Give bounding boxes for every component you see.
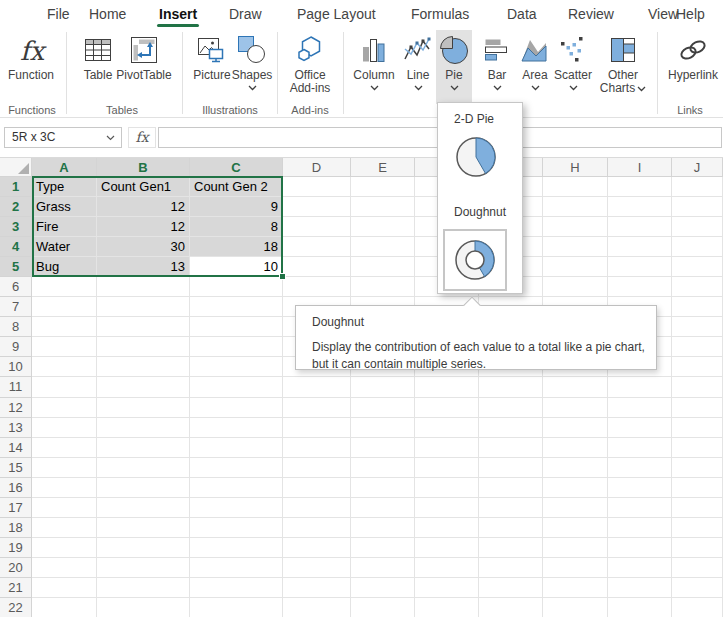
cell-C9[interactable]: [190, 337, 283, 357]
cell-E2[interactable]: [351, 197, 415, 217]
cell-H12[interactable]: [543, 398, 608, 418]
cell-H13[interactable]: [543, 418, 608, 438]
cell-H18[interactable]: [543, 518, 608, 538]
row-header-14[interactable]: 14: [0, 438, 32, 458]
tab-home[interactable]: Home: [89, 6, 126, 22]
cell-H3[interactable]: [543, 217, 608, 237]
cell-E17[interactable]: [351, 498, 415, 518]
shapes-button[interactable]: Shapes: [228, 30, 276, 102]
cell-E6[interactable]: [351, 277, 415, 297]
cell-J9[interactable]: [672, 337, 723, 357]
cell-D15[interactable]: [283, 458, 351, 478]
cell-I1[interactable]: [608, 177, 672, 197]
other-charts-button[interactable]: Other Charts: [595, 30, 651, 102]
cell-B15[interactable]: [97, 458, 190, 478]
cell-H21[interactable]: [543, 578, 608, 598]
cell-E18[interactable]: [351, 518, 415, 538]
cell-F11[interactable]: [415, 377, 479, 397]
cell-C12[interactable]: [190, 398, 283, 418]
tab-data[interactable]: Data: [507, 6, 537, 22]
cell-I13[interactable]: [608, 418, 672, 438]
row-header-13[interactable]: 13: [0, 418, 32, 438]
cell-B8[interactable]: [97, 317, 190, 337]
cell-C4[interactable]: 18: [190, 237, 283, 257]
cell-F21[interactable]: [415, 578, 479, 598]
cell-A19[interactable]: [32, 538, 97, 558]
cell-A9[interactable]: [32, 337, 97, 357]
scatter-chart-button[interactable]: Scatter: [547, 30, 599, 102]
row-header-12[interactable]: 12: [0, 398, 32, 418]
tab-help[interactable]: Help: [676, 6, 705, 22]
cell-E1[interactable]: [351, 177, 415, 197]
cell-G21[interactable]: [479, 578, 543, 598]
cell-J22[interactable]: [672, 598, 723, 617]
cell-E15[interactable]: [351, 458, 415, 478]
cell-A10[interactable]: [32, 357, 97, 377]
cell-C15[interactable]: [190, 458, 283, 478]
cell-I19[interactable]: [608, 538, 672, 558]
cell-J12[interactable]: [672, 398, 723, 418]
row-header-7[interactable]: 7: [0, 297, 32, 317]
cell-I18[interactable]: [608, 518, 672, 538]
cell-I20[interactable]: [608, 558, 672, 578]
cell-H14[interactable]: [543, 438, 608, 458]
column-header-D[interactable]: D: [283, 158, 351, 177]
tab-formulas[interactable]: Formulas: [411, 6, 469, 22]
cell-B1[interactable]: Count Gen1: [97, 177, 190, 197]
fill-handle[interactable]: [279, 273, 286, 280]
cell-H6[interactable]: [543, 277, 608, 297]
cell-H1[interactable]: [543, 177, 608, 197]
cell-F13[interactable]: [415, 418, 479, 438]
cell-A14[interactable]: [32, 438, 97, 458]
cell-J17[interactable]: [672, 498, 723, 518]
cell-D14[interactable]: [283, 438, 351, 458]
cell-A5[interactable]: Bug: [32, 257, 97, 277]
cell-G22[interactable]: [479, 598, 543, 617]
cell-I22[interactable]: [608, 598, 672, 617]
cell-J4[interactable]: [672, 237, 723, 257]
row-header-15[interactable]: 15: [0, 458, 32, 478]
cell-J11[interactable]: [672, 377, 723, 397]
cell-B2[interactable]: 12: [97, 197, 190, 217]
cell-D19[interactable]: [283, 538, 351, 558]
cell-D16[interactable]: [283, 478, 351, 498]
tab-insert[interactable]: Insert: [159, 6, 197, 22]
cell-G18[interactable]: [479, 518, 543, 538]
cell-B19[interactable]: [97, 538, 190, 558]
cell-E12[interactable]: [351, 398, 415, 418]
cell-B20[interactable]: [97, 558, 190, 578]
row-header-9[interactable]: 9: [0, 337, 32, 357]
row-header-11[interactable]: 11: [0, 377, 32, 397]
cell-D4[interactable]: [283, 237, 351, 257]
row-header-10[interactable]: 10: [0, 357, 32, 377]
cell-C16[interactable]: [190, 478, 283, 498]
cell-F14[interactable]: [415, 438, 479, 458]
cell-G11[interactable]: [479, 377, 543, 397]
cell-A2[interactable]: Grass: [32, 197, 97, 217]
cell-E14[interactable]: [351, 438, 415, 458]
cell-E3[interactable]: [351, 217, 415, 237]
cell-F20[interactable]: [415, 558, 479, 578]
row-header-22[interactable]: 22: [0, 598, 32, 617]
cell-B4[interactable]: 30: [97, 237, 190, 257]
pivottable-button[interactable]: PivotTable: [114, 30, 174, 102]
cell-D3[interactable]: [283, 217, 351, 237]
cell-C1[interactable]: Count Gen 2: [190, 177, 283, 197]
cell-H16[interactable]: [543, 478, 608, 498]
cell-A20[interactable]: [32, 558, 97, 578]
cell-A13[interactable]: [32, 418, 97, 438]
cell-B22[interactable]: [97, 598, 190, 617]
cell-D6[interactable]: [283, 277, 351, 297]
cell-J2[interactable]: [672, 197, 723, 217]
cell-A4[interactable]: Water: [32, 237, 97, 257]
cell-J13[interactable]: [672, 418, 723, 438]
cell-D17[interactable]: [283, 498, 351, 518]
cell-E16[interactable]: [351, 478, 415, 498]
cell-G19[interactable]: [479, 538, 543, 558]
row-header-16[interactable]: 16: [0, 478, 32, 498]
cell-A21[interactable]: [32, 578, 97, 598]
cell-I2[interactable]: [608, 197, 672, 217]
pie-2d-icon[interactable]: [454, 135, 498, 179]
cell-H4[interactable]: [543, 237, 608, 257]
cell-F22[interactable]: [415, 598, 479, 617]
